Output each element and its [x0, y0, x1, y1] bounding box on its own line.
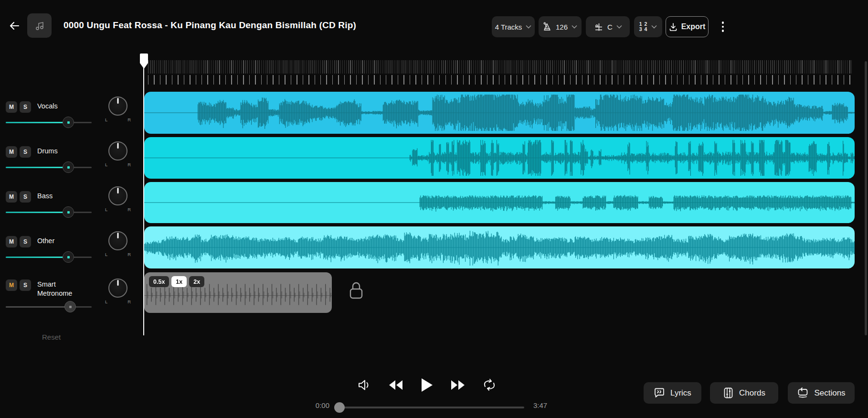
- volume-slider-thumb[interactable]: [63, 251, 74, 263]
- playhead-marker[interactable]: [140, 54, 148, 69]
- track-other-waveform[interactable]: [144, 226, 855, 268]
- seek-thumb[interactable]: [334, 402, 345, 413]
- volume-slider-thumb[interactable]: [63, 206, 74, 218]
- pan-left-label: L: [105, 252, 107, 257]
- solo-button[interactable]: S: [20, 279, 31, 291]
- solo-button[interactable]: S: [20, 191, 31, 203]
- more-options-button[interactable]: [717, 19, 729, 34]
- vertical-scrollbar[interactable]: [865, 61, 867, 335]
- fast-forward-button[interactable]: [450, 379, 466, 391]
- key-value: C: [607, 23, 613, 31]
- volume-slider-thumb[interactable]: [64, 301, 76, 312]
- knob-dial[interactable]: [108, 141, 127, 161]
- lyrics-icon: [654, 387, 665, 399]
- pan-knob[interactable]: LR: [104, 96, 132, 123]
- track-vocals-waveform[interactable]: [144, 92, 855, 134]
- knob-dial[interactable]: [108, 231, 127, 250]
- volume-slider-thumb[interactable]: [63, 161, 74, 173]
- arrow-left-icon: [8, 20, 21, 32]
- knob-dial[interactable]: [108, 96, 127, 116]
- channel-row-vocals: MS Vocals LR: [6, 100, 135, 140]
- chevron-down-icon: [572, 25, 577, 29]
- volume-slider[interactable]: [6, 300, 92, 313]
- loop-button[interactable]: [482, 378, 497, 392]
- timesignature-selector[interactable]: 1 2 3 4: [634, 16, 662, 37]
- song-thumbnail: [27, 13, 52, 38]
- track-drums-waveform[interactable]: [144, 137, 855, 179]
- pan-right-label: R: [127, 117, 131, 122]
- pan-knob[interactable]: LR: [104, 186, 132, 213]
- bpm-selector[interactable]: 126: [539, 16, 582, 37]
- channel-label: Other: [37, 236, 81, 246]
- seek-bar[interactable]: [334, 402, 528, 413]
- mute-button[interactable]: M: [6, 146, 17, 158]
- tracks-selector[interactable]: 4 Tracks: [492, 16, 535, 37]
- sections-icon: [797, 387, 809, 399]
- timesignature-icon: 1 2 3 4: [639, 21, 648, 32]
- solo-button[interactable]: S: [20, 236, 31, 247]
- channel-row-bass: MS Bass LR: [6, 190, 135, 230]
- play-button[interactable]: [420, 377, 434, 393]
- pan-right-label: R: [127, 252, 131, 257]
- lock-icon: [347, 280, 365, 301]
- download-icon: [669, 22, 677, 32]
- chords-button[interactable]: Chords: [710, 382, 778, 404]
- chevron-down-icon: [616, 25, 622, 29]
- mute-button[interactable]: M: [6, 101, 17, 113]
- solo-button[interactable]: S: [20, 146, 31, 158]
- key-selector[interactable]: C: [586, 16, 630, 37]
- pitch-icon: [593, 22, 603, 32]
- export-label: Export: [681, 22, 706, 31]
- channel-row-metronome: MS Smart Metronome LR: [6, 279, 135, 319]
- knob-dial[interactable]: [108, 186, 127, 205]
- metronome-clip[interactable]: 0.5x 1x 2x: [144, 272, 332, 313]
- speaker-icon: [357, 378, 371, 392]
- knob-dial[interactable]: [108, 279, 127, 298]
- pan-knob[interactable]: LR: [104, 141, 132, 168]
- pan-left-label: L: [105, 117, 107, 122]
- playhead-line: [143, 54, 144, 335]
- rewind-button[interactable]: [388, 379, 404, 391]
- mute-button[interactable]: M: [6, 279, 17, 291]
- channel-row-other: MS Other LR: [6, 235, 135, 275]
- volume-slider[interactable]: [6, 116, 92, 129]
- seek-track[interactable]: [338, 407, 524, 408]
- pan-knob[interactable]: LR: [104, 231, 132, 258]
- sections-label: Sections: [814, 388, 845, 398]
- metronome-speed-group: 0.5x 1x 2x: [149, 276, 204, 287]
- speed-2x-button[interactable]: 2x: [189, 276, 204, 287]
- volume-slider[interactable]: [6, 161, 92, 173]
- volume-button[interactable]: [357, 378, 371, 392]
- speed-1x-button[interactable]: 1x: [171, 276, 187, 287]
- pan-left-label: L: [105, 299, 107, 304]
- pan-left-label: L: [105, 207, 107, 212]
- reset-button[interactable]: Reset: [42, 333, 61, 341]
- channel-label: Smart Metronome: [37, 280, 81, 298]
- mute-button[interactable]: M: [6, 191, 17, 203]
- track-bass-waveform[interactable]: [144, 182, 855, 223]
- channel-label: Bass: [37, 192, 81, 201]
- channel-label: Vocals: [37, 102, 81, 111]
- speed-0-5x-button[interactable]: 0.5x: [149, 276, 169, 287]
- volume-slider-thumb[interactable]: [63, 117, 74, 128]
- chords-icon: [723, 387, 734, 399]
- rewind-icon: [388, 379, 404, 391]
- volume-slider[interactable]: [6, 206, 92, 218]
- back-button[interactable]: [7, 18, 22, 33]
- mute-button[interactable]: M: [6, 236, 17, 247]
- pan-left-label: L: [105, 162, 107, 167]
- pan-right-label: R: [127, 299, 131, 304]
- export-button[interactable]: Export: [666, 16, 709, 37]
- sections-button[interactable]: Sections: [788, 382, 855, 404]
- volume-slider[interactable]: [6, 251, 92, 263]
- transport-controls: [357, 377, 497, 393]
- timeline-ruler[interactable]: [144, 60, 852, 85]
- solo-button[interactable]: S: [20, 101, 31, 113]
- current-time: 0:00: [309, 401, 329, 409]
- lock-button[interactable]: [347, 280, 365, 301]
- pan-right-label: R: [127, 207, 131, 212]
- lyrics-button[interactable]: Lyrics: [644, 382, 701, 404]
- metronome-icon: [543, 22, 552, 32]
- chevron-down-icon: [651, 25, 657, 29]
- pan-knob[interactable]: LR: [104, 279, 132, 305]
